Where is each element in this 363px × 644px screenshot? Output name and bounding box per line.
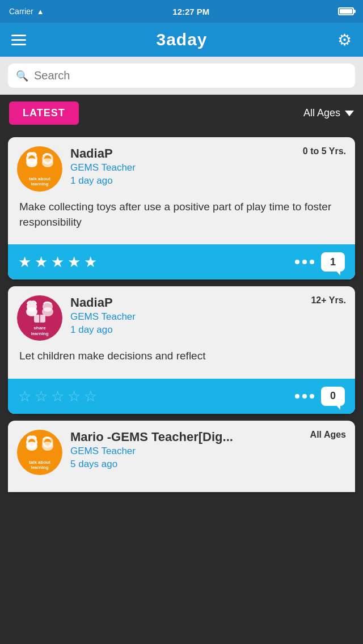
card-1-info: NadiaP GEMS Teacher 1 day ago — [70, 146, 287, 187]
battery-container — [338, 7, 354, 15]
more-options-button[interactable] — [295, 394, 314, 399]
svg-point-17 — [42, 442, 53, 451]
card-1-age: 0 to 5 Yrs. — [303, 146, 346, 156]
search-icon: 🔍 — [16, 70, 28, 82]
card-2-header: sharelearning NadiaP GEMS Teacher 1 day … — [17, 295, 346, 341]
card-2-comment-count: 0 — [330, 390, 336, 402]
card-1-body: talk aboutlearning NadiaP GEMS Teacher 1… — [8, 137, 355, 244]
card-2-age: 12+ Yrs. — [311, 295, 346, 306]
status-bar: Carrier ▲ 12:27 PM — [0, 0, 363, 23]
card-3-time: 5 days ago — [70, 459, 287, 470]
card-2-body: sharelearning NadiaP GEMS Teacher 1 day … — [8, 286, 355, 379]
card-1-footer: ★ ★ ★ ★ ★ 1 — [8, 244, 355, 279]
search-input[interactable] — [34, 69, 347, 82]
more-options-button[interactable] — [295, 260, 314, 264]
star-1: ☆ — [18, 389, 31, 404]
star-4: ☆ — [67, 389, 81, 404]
battery-icon — [338, 7, 354, 15]
star-4: ★ — [67, 255, 81, 269]
card-3-avatar-label: talk aboutlearning — [17, 460, 62, 471]
card-2-info: NadiaP GEMS Teacher 1 day ago — [70, 295, 287, 336]
svg-point-11 — [42, 307, 53, 316]
settings-button[interactable]: ⚙ — [337, 31, 352, 49]
card-2-actions: 0 — [295, 387, 345, 406]
battery-fill — [340, 9, 352, 14]
svg-point-14 — [26, 442, 37, 451]
card-1-username: NadiaP — [70, 146, 287, 161]
wifi-icon: ▲ — [37, 7, 44, 16]
hamburger-menu-button[interactable] — [11, 35, 26, 45]
card-2-footer: ☆ ☆ ☆ ☆ ☆ 0 — [8, 379, 355, 414]
filter-row: LATEST All Ages — [0, 95, 363, 132]
card-1-stars[interactable]: ★ ★ ★ ★ ★ — [18, 255, 97, 269]
card-3-header-right: All Ages — [295, 430, 346, 440]
card-2-role: GEMS Teacher — [70, 311, 287, 323]
carrier-label: Carrier — [9, 7, 33, 16]
card-1-actions: 1 — [295, 252, 345, 272]
star-3: ☆ — [51, 389, 64, 404]
card-1-comment-button[interactable]: 1 — [321, 252, 345, 272]
carrier-info: Carrier ▲ — [9, 7, 44, 16]
card-1-avatar[interactable]: talk aboutlearning — [17, 146, 62, 192]
card-3-username: Mario -GEMS Teacher[Dig... — [70, 430, 287, 444]
card-1-header-right: 0 to 5 Yrs. — [295, 146, 346, 156]
nav-bar: 3aday ⚙ — [0, 23, 363, 57]
card-3: talk aboutlearning Mario -GEMS Teacher[D… — [8, 421, 355, 492]
card-2-comment-button[interactable]: 0 — [321, 387, 345, 406]
card-3-header: talk aboutlearning Mario -GEMS Teacher[D… — [17, 430, 346, 475]
card-1-role: GEMS Teacher — [70, 162, 287, 173]
star-5: ☆ — [84, 389, 97, 404]
card-1-header: talk aboutlearning NadiaP GEMS Teacher 1… — [17, 146, 346, 192]
star-2: ★ — [35, 255, 48, 269]
card-3-role: GEMS Teacher — [70, 446, 287, 457]
card-3-avatar[interactable]: talk aboutlearning — [17, 430, 62, 475]
status-time: 12:27 PM — [172, 7, 209, 16]
svg-point-2 — [26, 158, 37, 167]
card-2-header-right: 12+ Yrs. — [295, 295, 346, 306]
card-2-avatar[interactable]: sharelearning — [17, 295, 62, 341]
card-2-stars[interactable]: ☆ ☆ ☆ ☆ ☆ — [18, 389, 97, 404]
card-2-time: 1 day ago — [70, 324, 287, 336]
star-5: ★ — [84, 255, 97, 269]
card-1: talk aboutlearning NadiaP GEMS Teacher 1… — [8, 137, 355, 279]
star-3: ★ — [51, 255, 64, 269]
card-2: sharelearning NadiaP GEMS Teacher 1 day … — [8, 286, 355, 414]
card-1-avatar-label: talk aboutlearning — [17, 176, 62, 187]
card-3-info: Mario -GEMS Teacher[Dig... GEMS Teacher … — [70, 430, 287, 470]
latest-filter-button[interactable]: LATEST — [9, 101, 79, 125]
search-container: 🔍 — [0, 57, 363, 95]
svg-point-5 — [42, 158, 53, 167]
search-bar: 🔍 — [8, 63, 355, 88]
star-1: ★ — [18, 255, 31, 269]
chevron-down-icon — [345, 111, 354, 116]
card-2-tip: Let children make decisions and reflect — [17, 349, 346, 370]
star-2: ☆ — [35, 389, 48, 404]
cards-container: talk aboutlearning NadiaP GEMS Teacher 1… — [0, 132, 363, 498]
card-1-time: 1 day ago — [70, 175, 287, 187]
card-3-age: All Ages — [310, 430, 346, 440]
age-filter-label: All Ages — [303, 107, 340, 119]
card-2-avatar-label: sharelearning — [17, 325, 62, 336]
card-1-comment-count: 1 — [330, 256, 336, 268]
card-1-tip: Make collecting toys after use a positiv… — [17, 200, 346, 235]
card-3-body: talk aboutlearning Mario -GEMS Teacher[D… — [8, 421, 355, 492]
app-title: 3aday — [156, 30, 207, 49]
card-2-username: NadiaP — [70, 295, 287, 310]
age-filter-button[interactable]: All Ages — [303, 107, 354, 119]
